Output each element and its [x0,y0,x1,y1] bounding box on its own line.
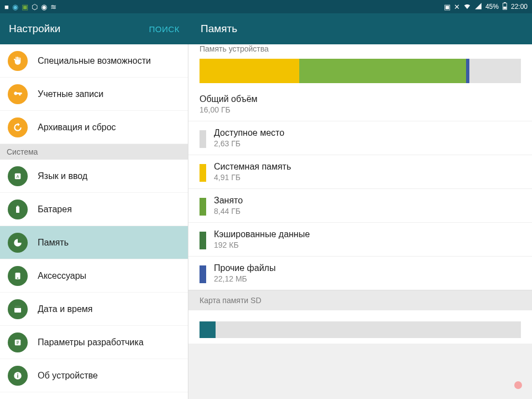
svg-rect-10 [14,306,21,308]
total-title: Общий объём [200,94,258,104]
status-left: ■ ◉ ▣ ⬡ ◉ ≋ [4,3,57,11]
content[interactable]: Память устройства Общий объём 16,00 ГБ Д… [188,44,532,399]
skype-icon: ◉ [12,3,18,11]
appbar-left: Настройки ПОИСК [0,13,188,44]
sidebar-item-accounts[interactable]: Учетные записи [0,78,188,111]
sidebar-item-label: Параметры разработчика [38,337,144,347]
storage-row-title: Занято [214,196,243,206]
clock-text: 22:00 [511,3,528,11]
detail-title: Память [201,23,237,35]
storage-row[interactable]: Системная память4,91 ГБ [188,155,532,188]
battery-icon [8,200,28,219]
sidebar-item-about[interactable]: Об устройстве [0,359,188,392]
svg-rect-1 [504,2,506,3]
total-row[interactable]: Общий объём 16,00 ГБ [188,92,532,121]
sidebar-item-label: Язык и ввод [38,171,88,181]
sidebar-item-accessibility[interactable]: Специальные возможности [0,44,188,78]
hand-icon [8,51,28,71]
usage-segment [299,59,467,83]
storage-row[interactable]: Кэшированные данные192 КБ [188,222,532,256]
camera-icon: ■ [4,3,9,11]
storage-row-title: Прочие файлы [214,263,275,273]
storage-row-value: 4,91 ГБ [214,173,291,182]
sidebar-item-label: Дата и время [38,304,93,314]
svg-point-14 [17,373,18,374]
appbar-right: Память [188,13,532,44]
storage-row-title: Кэшированные данные [214,229,310,239]
settings-title: Настройки [9,23,60,35]
key-icon [8,84,28,104]
info-icon [8,366,28,386]
color-swatch [200,164,206,182]
sd-bar-wrap [188,310,532,344]
svg-point-8 [17,277,18,278]
storage-row-value: 8,44 ГБ [214,207,243,216]
sidebar-item-storage[interactable]: Память [0,226,188,259]
shield-icon: ⬡ [32,3,38,11]
battery-icon [502,2,508,12]
svg-rect-5 [16,206,19,212]
language-icon: A [8,166,28,186]
usage-segment [200,59,299,83]
calendar-icon [8,299,28,319]
sidebar-item-backup[interactable]: Архивация и сброс [0,111,188,144]
sidebar-item-label: Архивация и сброс [38,122,116,132]
wifi-icon [463,2,471,12]
search-button[interactable]: ПОИСК [149,24,180,34]
status-bar: ■ ◉ ▣ ⬡ ◉ ≋ ▣ ✕ 45% 22:00 [0,0,532,13]
battery-text: 45% [485,3,499,11]
sd-segment [200,321,216,338]
sidebar-section-system: Система [0,144,188,160]
sd-card-header: Карта памяти SD [188,290,532,310]
storage-row-value: 2,63 ГБ [214,139,284,148]
sidebar-item-label: Учетные записи [38,89,104,99]
usage-segment [466,59,469,83]
storage-row-value: 22,12 МБ [214,274,275,283]
accessories-icon [8,266,28,286]
storage-row-value: 192 КБ [214,241,310,249]
storage-row-title: Системная память [214,162,291,172]
signal-icon [474,2,482,12]
storage-row-title: Доступное место [214,128,284,138]
storage-icon [8,233,28,253]
sidebar-item-label: Память [38,238,69,248]
cast-icon: ▣ [444,3,451,11]
sidebar-item-label: Специальные возможности [38,56,151,66]
sidebar-item-developer[interactable]: Параметры разработчика [0,326,188,359]
sidebar-item-accessories[interactable]: Аксессуары [0,259,188,293]
sidebar-item-label: Об устройстве [38,371,98,381]
color-swatch [200,232,206,249]
svg-rect-13 [17,375,18,377]
storage-row[interactable]: Занято8,44 ГБ [188,188,532,222]
total-value: 16,00 ГБ [200,105,258,114]
sidebar[interactable]: Специальные возможности Учетные записи А… [0,44,188,399]
adp-icon: ◉ [41,3,47,11]
svg-rect-2 [503,6,506,8]
mute-icon: ✕ [454,3,460,11]
sidebar-item-label: Аксессуары [38,271,86,281]
status-right: ▣ ✕ 45% 22:00 [444,2,528,12]
assist-dot-icon[interactable] [514,381,522,389]
misc-icon: ≋ [50,3,57,11]
device-storage-header: Память устройства [188,44,532,59]
square-icon: ▣ [22,3,28,11]
usage-bar[interactable] [200,59,521,83]
backup-icon [8,117,28,137]
app-bar: Настройки ПОИСК Память [0,13,532,44]
sidebar-item-datetime[interactable]: Дата и время [0,293,188,326]
sidebar-item-label: Батарея [38,204,72,214]
sidebar-item-language[interactable]: A Язык и ввод [0,160,188,193]
svg-text:A: A [16,174,19,179]
storage-row[interactable]: Доступное место2,63 ГБ [188,121,532,155]
color-swatch [200,130,206,148]
color-swatch [200,198,206,216]
svg-rect-6 [17,206,19,207]
device-storage-card: Память устройства Общий объём 16,00 ГБ Д… [188,44,532,344]
main: Специальные возможности Учетные записи А… [0,44,532,399]
color-swatch [200,265,206,283]
developer-icon [8,332,28,352]
sd-usage-bar[interactable] [200,321,521,338]
sidebar-item-battery[interactable]: Батарея [0,193,188,226]
storage-row[interactable]: Прочие файлы22,12 МБ [188,256,532,290]
